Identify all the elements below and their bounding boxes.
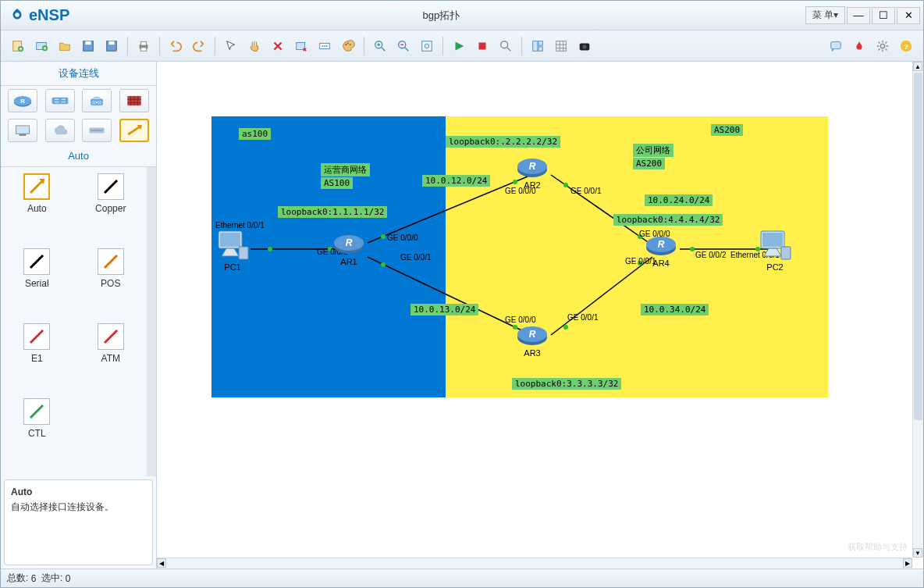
tag-isp-name: 运营商网络 [321, 163, 370, 176]
description-panel: Auto 自动选择接口连接设备。 [4, 479, 153, 565]
svg-rect-22 [422, 41, 432, 51]
settings-button[interactable] [872, 35, 894, 57]
node-pc2[interactable]: PC2 [758, 230, 792, 272]
svg-rect-39 [52, 98, 68, 105]
e1-link-icon [23, 323, 50, 350]
link-type-auto[interactable]: Auto [12, 173, 62, 245]
layout-button[interactable] [527, 35, 549, 57]
device-router[interactable]: R [8, 89, 37, 112]
save-button[interactable] [77, 35, 99, 57]
link-type-atm[interactable]: ATM [86, 323, 137, 395]
tag-as100: as100 [239, 128, 271, 140]
link-type-label: ATM [101, 353, 120, 364]
pos-link-icon [98, 248, 124, 275]
capture-button[interactable] [495, 35, 517, 57]
stop-button[interactable] [471, 35, 493, 57]
iface-pc1: Ethernet 0/0/1 [215, 221, 265, 230]
huawei-button[interactable] [848, 35, 870, 57]
clear-button[interactable] [290, 35, 312, 57]
open-button[interactable] [54, 35, 76, 57]
svg-text:R: R [658, 239, 665, 250]
svg-rect-44 [20, 134, 27, 136]
tag-n13: 10.0.13.0/24 [410, 304, 478, 315]
link-type-ctl[interactable]: CTL [12, 398, 62, 470]
window-title: bgp拓扑 [77, 9, 805, 23]
svg-rect-11 [140, 47, 146, 51]
link-type-pos[interactable]: POS [86, 248, 137, 320]
iface-pc2-ge: GE 0/0/2 [695, 251, 726, 259]
titlebar: eNSP bgp拓扑 菜 单▾ — ☐ ✕ [1, 1, 923, 30]
select-button[interactable] [220, 35, 242, 57]
device-link[interactable] [119, 119, 149, 142]
zoom-fit-button[interactable] [416, 35, 438, 57]
close-button[interactable]: ✕ [897, 7, 920, 24]
link-type-label: Serial [25, 278, 49, 289]
svg-rect-32 [831, 41, 841, 48]
svg-point-15 [324, 45, 325, 47]
svg-text:?: ? [904, 41, 908, 50]
link-type-e1[interactable]: E1 [12, 323, 62, 395]
device-wlan[interactable]: ((●)) [82, 89, 112, 112]
link-types: AutoCopperSerialPOSE1ATMCTL [1, 167, 147, 476]
svg-point-19 [350, 44, 351, 45]
ctl-link-icon [23, 398, 50, 425]
iface-ar3-g1: GE 0/0/1 [567, 313, 598, 322]
tag-n24: 10.0.24.0/24 [645, 194, 713, 206]
topology-canvas[interactable]: as100 运营商网络 AS100 AS200 公司网络 AS200 loopb… [157, 62, 923, 568]
print-button[interactable] [133, 35, 155, 57]
svg-rect-28 [538, 46, 542, 50]
device-firewall[interactable] [119, 89, 149, 112]
svg-point-62 [690, 247, 695, 251]
grid-button[interactable] [550, 35, 572, 57]
zoom-out-button[interactable] [393, 35, 414, 57]
node-pc1[interactable]: PC1 [215, 230, 250, 272]
svg-text:R: R [529, 329, 536, 340]
zoom-in-button[interactable] [369, 35, 391, 57]
link-type-serial[interactable]: Serial [12, 248, 62, 320]
node-ar4[interactable]: R AR4 [645, 233, 677, 268]
device-switch[interactable] [45, 89, 75, 112]
link-type-copper[interactable]: Copper [86, 173, 137, 245]
help-button[interactable]: ? [895, 35, 917, 57]
svg-rect-26 [533, 41, 538, 51]
start-button[interactable] [448, 35, 470, 57]
maximize-button[interactable]: ☐ [872, 7, 895, 24]
redo-button[interactable] [188, 35, 210, 57]
status-sel-label: 选中: [41, 572, 62, 585]
minimize-button[interactable]: — [847, 7, 870, 24]
svg-rect-68 [762, 233, 783, 247]
node-ar1[interactable]: R AR1 [332, 232, 365, 266]
screenshot-button[interactable] [574, 35, 595, 57]
text-button[interactable] [314, 35, 336, 57]
device-pc[interactable] [8, 119, 37, 142]
tag-lb4: loopback0:4.4.4.4/32 [613, 214, 723, 226]
svg-point-31 [582, 45, 586, 48]
link-type-label: CTL [28, 428, 46, 439]
delete-button[interactable] [267, 35, 289, 57]
node-ar2[interactable]: R AR2 [516, 155, 549, 190]
device-hub[interactable] [82, 119, 112, 142]
svg-rect-8 [108, 41, 114, 45]
svg-point-59 [563, 325, 568, 330]
app-name: eNSP [29, 6, 69, 24]
new-project-button[interactable] [30, 35, 52, 57]
svg-rect-65 [220, 233, 240, 247]
svg-rect-66 [239, 247, 248, 259]
undo-button[interactable] [165, 35, 187, 57]
menu-button[interactable]: 菜 单▾ [805, 6, 845, 24]
save-as-button[interactable] [101, 35, 123, 57]
link-type-label: POS [101, 278, 120, 289]
mode-header: Auto [1, 145, 156, 167]
tag-isp-as: AS100 [321, 177, 353, 189]
status-total-label: 总数: [7, 572, 28, 585]
palette-button[interactable] [337, 35, 359, 57]
sidebar-scrollbar[interactable] [147, 167, 156, 476]
new-topo-button[interactable] [7, 35, 29, 57]
chat-button[interactable] [825, 35, 847, 57]
device-cloud[interactable] [45, 119, 75, 142]
svg-point-53 [381, 262, 386, 267]
svg-point-17 [345, 44, 346, 45]
node-ar3[interactable]: R AR3 [516, 323, 549, 358]
pan-button[interactable] [243, 35, 265, 57]
svg-text:((●)): ((●)) [93, 100, 102, 105]
